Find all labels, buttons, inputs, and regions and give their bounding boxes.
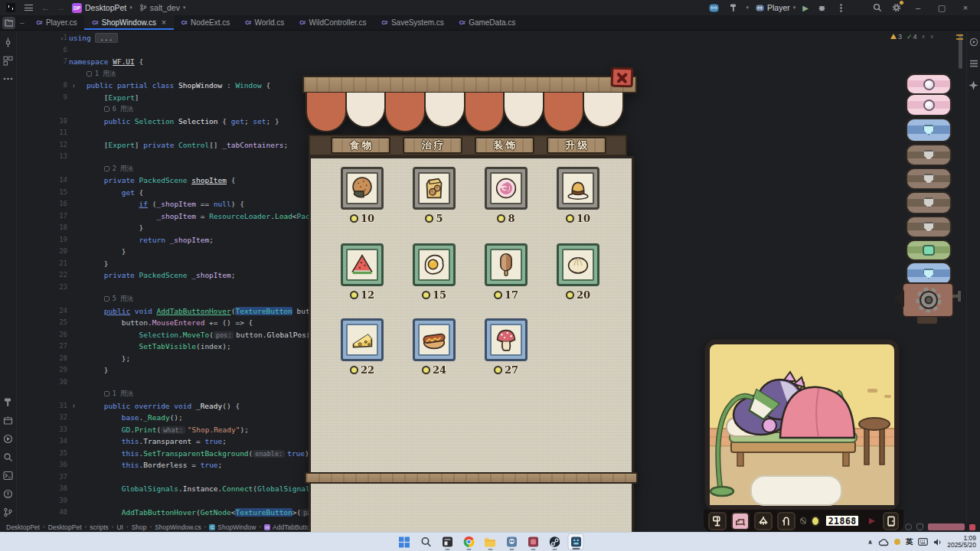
next-problem-icon[interactable]: ∨ xyxy=(930,34,934,40)
shop-tab-3[interactable]: 装饰 xyxy=(475,137,534,154)
gear-machine-button[interactable] xyxy=(902,282,954,318)
breadcrumb-item[interactable]: DesktopPet xyxy=(48,523,82,531)
shop-item-naruto[interactable] xyxy=(485,167,528,210)
more-icon[interactable] xyxy=(3,73,14,84)
search-icon[interactable] xyxy=(3,452,14,462)
vcs-icon[interactable] xyxy=(3,507,14,517)
fold-caret-icon[interactable]: › xyxy=(60,32,64,44)
shop-item-popsicle[interactable] xyxy=(485,243,528,286)
side-brown-barrel-button[interactable] xyxy=(906,216,952,238)
shop-close-button[interactable] xyxy=(611,67,634,88)
close-tab-icon[interactable]: × xyxy=(162,18,166,27)
taskbar-app-search[interactable] xyxy=(418,533,434,550)
shop-tab-1[interactable]: 食物 xyxy=(331,137,390,154)
tab-SaveSystem.cs[interactable]: C#SaveSystem.cs xyxy=(374,15,452,30)
ai-assistant-icon[interactable] xyxy=(969,80,979,90)
debug-icon[interactable] xyxy=(815,2,828,14)
breadcrumb-item[interactable]: scripts xyxy=(90,523,109,531)
back-icon[interactable]: ← xyxy=(41,3,50,12)
touch-keyboard-icon[interactable] xyxy=(918,538,928,546)
side-pink-barrel-button[interactable] xyxy=(906,93,952,116)
speaker-icon[interactable] xyxy=(933,538,942,546)
notifications-icon[interactable] xyxy=(969,37,979,47)
hud-bed-button[interactable] xyxy=(731,512,750,530)
main-menu-icon[interactable] xyxy=(22,2,34,14)
maximize-button[interactable]: ▢ xyxy=(933,3,950,13)
shop-tab-4[interactable]: 升级 xyxy=(547,137,606,154)
status-badge[interactable] xyxy=(928,523,965,530)
hidden-icons-chevron[interactable]: ∧ xyxy=(867,539,873,546)
tab-GameData.cs[interactable]: C#GameData.cs xyxy=(452,15,523,30)
hud-hand-button[interactable] xyxy=(777,512,795,530)
hud-lamp-button[interactable] xyxy=(754,512,773,530)
settings-gear-icon[interactable] xyxy=(890,2,903,14)
shop-item-riceball[interactable] xyxy=(341,167,384,210)
problems-icon[interactable] xyxy=(3,488,14,499)
status-circle-icon[interactable] xyxy=(905,523,912,530)
pet-room-scene[interactable]: Z Z z xyxy=(704,338,900,511)
status-square-icon[interactable] xyxy=(969,524,975,530)
side-green-barrel-button[interactable] xyxy=(906,240,952,261)
crank-handle[interactable] xyxy=(952,295,959,298)
taskbar-app-steam[interactable] xyxy=(547,533,563,550)
onedrive-cloud-icon[interactable] xyxy=(878,538,889,546)
breadcrumb-item[interactable]: Shop xyxy=(132,523,147,531)
shield-icon[interactable] xyxy=(916,523,923,530)
hide-toolwindow-icon[interactable]: – xyxy=(20,18,24,27)
tab-World.cs[interactable]: C#World.cs xyxy=(237,15,292,30)
chevron-down-icon[interactable]: ▾ xyxy=(746,5,750,11)
shop-item-bun[interactable] xyxy=(557,243,599,286)
run-icon[interactable] xyxy=(3,433,14,444)
commit-icon[interactable] xyxy=(3,37,14,47)
shop-item-pudding[interactable] xyxy=(557,167,599,210)
search-everywhere-icon[interactable] xyxy=(871,2,884,14)
hud-signpost-button[interactable] xyxy=(708,512,727,530)
side-brown-barrel-button[interactable] xyxy=(906,191,952,214)
run-button[interactable]: ▶ xyxy=(802,4,808,12)
taskbar-app-explorer[interactable] xyxy=(482,533,498,550)
build-hammer-icon[interactable] xyxy=(727,2,740,14)
side-brown-barrel-button[interactable] xyxy=(906,168,952,190)
breadcrumb-item[interactable]: UI xyxy=(116,523,123,531)
project-selector[interactable]: DP DesktopPet ▾ xyxy=(72,3,132,13)
minimize-button[interactable]: – xyxy=(910,3,926,12)
vcs-branch-selector[interactable]: salt_dev ▾ xyxy=(139,3,186,12)
taskbar-app-chrome[interactable] xyxy=(461,533,477,550)
godot-plugin-icon[interactable] xyxy=(708,2,720,14)
shop-item-snackbag[interactable] xyxy=(413,167,456,210)
mute-icon[interactable] xyxy=(800,517,806,524)
run-config-selector[interactable]: Player ▾ xyxy=(756,3,795,12)
side-blue-barrel-button[interactable] xyxy=(906,118,952,142)
close-window-button[interactable]: × xyxy=(957,3,974,12)
shop-item-friedegg[interactable] xyxy=(413,243,456,286)
breadcrumb-item[interactable]: ShopWindow.cs xyxy=(155,523,201,531)
tray-app-icon[interactable] xyxy=(894,539,900,545)
tab-ShopWindow.cs[interactable]: C#ShopWindow.cs× xyxy=(84,15,173,30)
breadcrumb-item[interactable]: DesktopPet xyxy=(6,523,40,531)
nuget-icon[interactable] xyxy=(3,415,14,425)
taskbar-app-activeapp[interactable] xyxy=(568,533,584,550)
shop-tab-2[interactable]: 治疗 xyxy=(403,137,462,154)
inspections-widget[interactable]: 3 ✓4 ∧ ∨ xyxy=(890,33,934,41)
structure-panel-icon[interactable] xyxy=(969,58,979,69)
shop-item-watermelon[interactable] xyxy=(341,243,384,286)
terminal-icon[interactable] xyxy=(3,470,14,481)
shop-item-hotdog[interactable] xyxy=(413,318,456,361)
taskbar-app-redapp[interactable] xyxy=(525,533,541,550)
side-pink-barrel-button[interactable] xyxy=(906,73,952,95)
project-toolwindow-button[interactable] xyxy=(2,17,15,29)
shop-item-cheese[interactable] xyxy=(341,318,384,361)
build-icon[interactable] xyxy=(3,396,14,407)
more-actions-icon[interactable] xyxy=(835,2,847,14)
taskbar-clock[interactable]: 1:09 2025/5/20 xyxy=(947,535,976,549)
taskbar-app-start[interactable] xyxy=(397,533,413,550)
side-brown-barrel-button[interactable] xyxy=(906,144,952,166)
breadcrumb-item[interactable]: CShopWindow xyxy=(209,523,256,531)
tab-WildController.cs[interactable]: C#WildController.cs xyxy=(292,15,374,30)
tab-Player.cs[interactable]: C#Player.cs xyxy=(29,15,85,30)
structure-icon[interactable] xyxy=(3,55,14,66)
taskbar-app-darkapp[interactable] xyxy=(439,533,456,550)
shop-item-mushroom[interactable] xyxy=(485,318,528,361)
taskbar-app-blueapp[interactable] xyxy=(504,533,520,550)
prev-problem-icon[interactable]: ∧ xyxy=(922,34,926,40)
